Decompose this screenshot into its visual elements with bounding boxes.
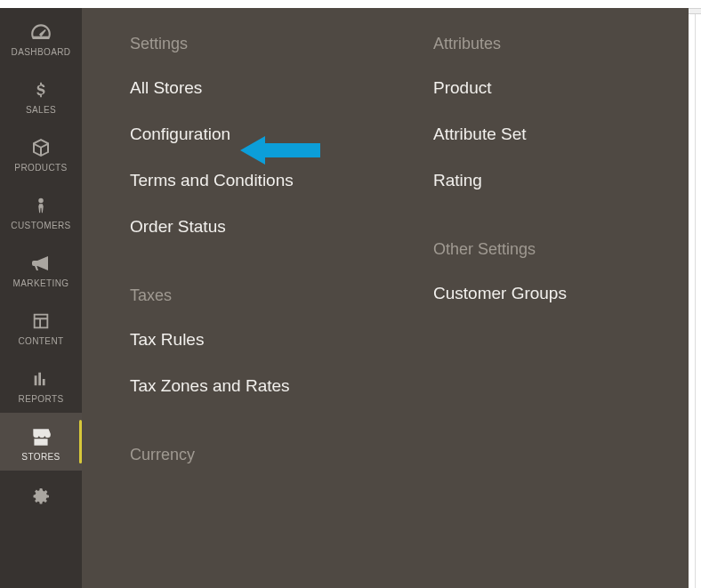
annotation-arrow-icon: [240, 133, 320, 172]
sidebar-item-products[interactable]: PRODUCTS: [0, 124, 82, 181]
sidebar-item-label: REPORTS: [19, 394, 64, 404]
section-title-currency: Currency: [130, 446, 385, 464]
sidebar-item-stores[interactable]: STORES: [0, 413, 82, 471]
section-title-taxes: Taxes: [130, 286, 385, 305]
store-icon: [29, 425, 52, 448]
sidebar-item-label: CONTENT: [18, 336, 63, 346]
menu-link-product[interactable]: Product: [433, 78, 689, 98]
dollar-icon: [29, 78, 52, 101]
stores-flyout-panel: Settings All Stores Configuration Terms …: [82, 8, 689, 588]
sidebar-item-label: MARKETING: [12, 278, 68, 288]
menu-link-terms-and-conditions[interactable]: Terms and Conditions: [130, 171, 385, 190]
sidebar-item-customers[interactable]: CUSTOMERS: [0, 181, 82, 239]
main-sidebar: DASHBOARD SALES PRODUCTS CUSTOMERS MARKE: [0, 8, 82, 588]
gauge-icon: [29, 20, 52, 44]
sidebar-item-system[interactable]: [0, 471, 82, 526]
sidebar-item-content[interactable]: CONTENT: [0, 297, 82, 355]
sidebar-item-sales[interactable]: SALES: [0, 66, 82, 124]
menu-link-attribute-set[interactable]: Attribute Set: [433, 125, 689, 144]
layout-icon: [29, 310, 52, 333]
menu-link-all-stores[interactable]: All Stores: [130, 78, 385, 98]
menu-link-order-status[interactable]: Order Status: [130, 217, 385, 237]
menu-link-tax-zones-and-rates[interactable]: Tax Zones and Rates: [130, 376, 385, 396]
menu-link-rating[interactable]: Rating: [433, 171, 689, 190]
flyout-column-left: Settings All Stores Configuration Terms …: [82, 35, 385, 588]
sidebar-item-label: PRODUCTS: [14, 163, 67, 173]
sidebar-item-label: CUSTOMERS: [11, 221, 70, 230]
menu-link-customer-groups[interactable]: Customer Groups: [433, 284, 689, 303]
gear-icon: [29, 485, 52, 508]
sidebar-item-label: DASHBOARD: [12, 47, 71, 57]
sidebar-item-label: STORES: [21, 452, 60, 462]
svg-marker-0: [240, 136, 320, 165]
megaphone-icon: [29, 252, 52, 275]
sidebar-item-marketing[interactable]: MARKETING: [0, 239, 82, 297]
bar-chart-icon: [29, 367, 52, 391]
sidebar-item-dashboard[interactable]: DASHBOARD: [0, 8, 82, 66]
box-icon: [29, 136, 52, 159]
sidebar-item-reports[interactable]: REPORTS: [0, 355, 82, 413]
flyout-column-right: Attributes Product Attribute Set Rating …: [385, 35, 689, 588]
person-icon: [29, 194, 52, 217]
section-title-settings: Settings: [130, 35, 385, 53]
section-title-other-settings: Other Settings: [433, 240, 689, 259]
page-edge-line: [695, 13, 696, 588]
menu-link-tax-rules[interactable]: Tax Rules: [130, 330, 385, 350]
sidebar-item-label: SALES: [26, 105, 56, 115]
section-title-attributes: Attributes: [433, 35, 689, 53]
